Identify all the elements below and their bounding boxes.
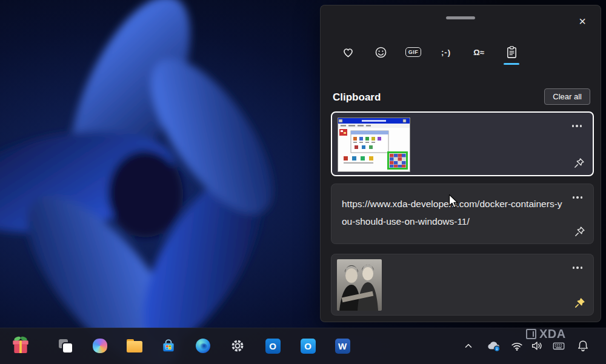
pinned-icon [574, 297, 585, 309]
clipboard-item-thumbnail [337, 259, 382, 311]
show-hidden-icons-button[interactable] [458, 334, 479, 358]
clipboard-history-panel: × GIF ;-) Ω≈ [320, 5, 601, 322]
copilot-button[interactable] [87, 333, 113, 359]
tab-kaomoji[interactable]: ;-) [430, 39, 462, 65]
tab-recently-used[interactable] [331, 39, 364, 65]
outlook-new-icon: O [301, 339, 316, 354]
microsoft-store-button[interactable] [155, 333, 182, 359]
monochrome-photo-two-people [337, 259, 382, 311]
speaker-icon [530, 339, 544, 352]
microsoft-store-icon [161, 338, 176, 354]
gear-icon [230, 338, 245, 354]
tab-gif[interactable]: GIF [397, 39, 430, 65]
more-options-button[interactable] [569, 262, 586, 274]
panel-drag-handle[interactable] [446, 16, 475, 19]
tab-clipboard[interactable] [495, 39, 528, 65]
clipboard-header: Clipboard Clear all [333, 88, 590, 107]
touch-keyboard-button[interactable] [548, 334, 569, 358]
more-options-button[interactable] [568, 120, 585, 132]
folder-icon [127, 339, 142, 352]
bell-icon [576, 339, 590, 352]
pin-button[interactable] [570, 222, 588, 240]
task-view-icon [58, 339, 73, 353]
tab-emoji[interactable] [364, 39, 397, 65]
edge-button[interactable] [190, 333, 216, 359]
symbols-icon: Ω≈ [473, 48, 484, 57]
pin-icon [573, 157, 585, 169]
clipboard-item-text[interactable]: https://www.xda-developers.com/docker-co… [331, 184, 594, 244]
pin-button[interactable] [570, 154, 588, 172]
chevron-up-icon [463, 340, 474, 351]
clipboard-icon [505, 45, 519, 59]
clipboard-item-thumbnail [338, 117, 410, 172]
clipboard-item-image-2[interactable] [331, 254, 594, 316]
outlook-new-button[interactable]: O [295, 333, 321, 359]
heart-icon [341, 45, 355, 59]
unpin-button[interactable] [570, 294, 588, 312]
settings-button[interactable] [224, 333, 251, 359]
word-icon: W [335, 339, 350, 354]
gift-icon [11, 335, 30, 354]
clear-all-button[interactable]: Clear all [544, 88, 590, 105]
tab-symbols[interactable]: Ω≈ [462, 39, 495, 65]
touch-keyboard-icon [552, 339, 565, 352]
onedrive-button[interactable] [484, 334, 504, 358]
smiley-icon [374, 45, 388, 59]
copilot-icon [93, 339, 107, 353]
onedrive-cloud-icon [487, 339, 501, 353]
notifications-button[interactable] [573, 334, 593, 358]
kaomoji-icon: ;-) [441, 48, 451, 57]
task-view-button[interactable] [52, 333, 79, 359]
gift-button[interactable] [7, 331, 34, 358]
volume-button[interactable] [527, 334, 547, 358]
gif-icon: GIF [405, 47, 422, 57]
picker-tabs: GIF ;-) Ω≈ [331, 39, 528, 65]
word-button[interactable]: W [329, 333, 356, 359]
outlook-button[interactable]: O [259, 333, 286, 359]
program-manager-screenshot [338, 117, 410, 172]
wifi-icon [510, 339, 524, 352]
network-button[interactable] [507, 334, 527, 358]
more-options-button[interactable] [569, 191, 586, 204]
clipboard-text-content: https://www.xda-developers.com/docker-co… [342, 195, 567, 230]
file-explorer-button[interactable] [121, 333, 148, 359]
close-icon: × [579, 15, 586, 28]
clipboard-item-image-1[interactable] [331, 111, 594, 176]
edge-icon [196, 339, 210, 353]
pin-icon [574, 226, 585, 237]
close-button[interactable]: × [573, 12, 592, 31]
taskbar: O O W [0, 328, 606, 364]
outlook-icon: O [265, 339, 281, 354]
